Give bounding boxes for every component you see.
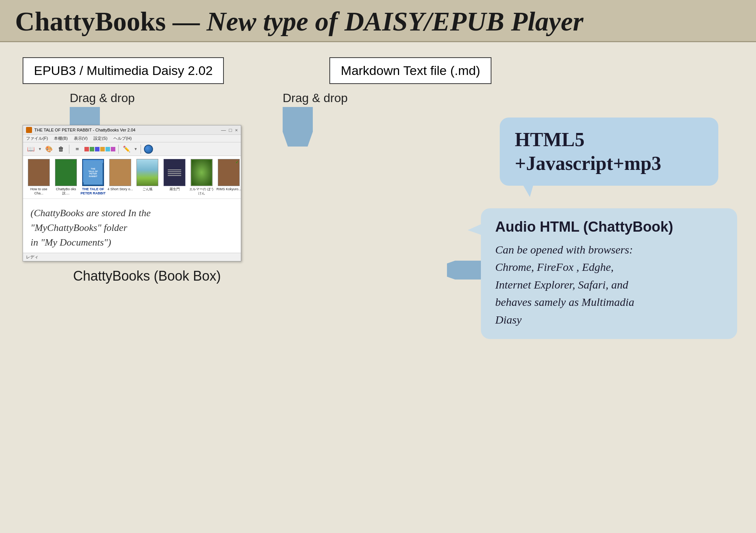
pencil-icon: ✏️ — [122, 144, 132, 154]
menu-settings[interactable]: 設定(S) — [93, 136, 107, 141]
app-window-title: THE TALE OF PETER RABBIT - ChattyBooks V… — [34, 128, 135, 132]
book-cover-3: THETALE OFPETERRABBIT — [82, 159, 104, 186]
storage-line1: (ChattyBooks are stored In the — [31, 208, 151, 218]
menu-help[interactable]: ヘルプ(H) — [113, 136, 132, 141]
menu-shelf[interactable]: 本棚(B) — [54, 136, 68, 141]
drag-label-left: Drag & drop — [70, 91, 135, 105]
app-caption: ChattyBooks (Book Box) — [23, 268, 271, 284]
separator-2 — [118, 145, 119, 154]
book-cover-5 — [136, 159, 158, 186]
markdown-box: Markdown Text file (.md) — [329, 57, 491, 84]
storage-note: (ChattyBooks are stored In the "MyChatty… — [23, 199, 241, 253]
separator-1 — [69, 145, 69, 154]
bubble-audio-title: Audio HTML (ChattyBook) — [495, 219, 723, 235]
app-statusbar: レディ — [23, 253, 241, 261]
book-item-1[interactable]: How to use Cha... — [26, 159, 52, 195]
book-label-6: 羅生門 — [162, 187, 187, 191]
globe-icon — [144, 145, 153, 154]
title-main: ChattyBooks — [15, 6, 166, 37]
drag-label-right: Drag & drop — [283, 91, 348, 105]
book-item-8[interactable]: ✓ RIMS Kokyuro... — [216, 159, 241, 195]
book-item-5[interactable]: ごん狐 — [135, 159, 160, 195]
drag-section-right: Drag & drop — [283, 91, 348, 147]
checkmark-8: ✓ — [236, 160, 239, 164]
app-toolbar: 📖 ▼ 🎨 🗑 ≡ ✏️ ▼ — [23, 142, 241, 156]
color-squares — [84, 147, 115, 151]
book-item-2[interactable]: ✓ ChattyBo oks 説.... — [53, 159, 79, 195]
title-dash: — — [166, 6, 207, 37]
cs-purple — [111, 147, 115, 151]
cs-blue — [95, 147, 99, 151]
restore-button[interactable]: □ — [229, 127, 232, 133]
app-menubar: ファイル(F) 本棚(B) 表示(V) 設定(S) ヘルプ(H) — [23, 135, 241, 142]
storage-line3: in "My Documents") — [31, 237, 111, 248]
bubble-html5: HTML5+Javascript+mp3 — [500, 118, 718, 186]
menu-view[interactable]: 表示(V) — [74, 136, 88, 141]
book-cover-6 — [164, 159, 185, 186]
right-section: HTML5+Javascript+mp3 Audio HTML (ChattyB… — [481, 118, 737, 339]
color-icon: 🎨 — [44, 144, 54, 154]
top-boxes: EPUB3 / Multimedia Daisy 2.02 Markdown T… — [23, 57, 733, 84]
main-content: EPUB3 / Multimedia Daisy 2.02 Markdown T… — [0, 42, 756, 530]
book-label-8: RIMS Kokyuro... — [216, 187, 241, 191]
bubble-html5-text: HTML5+Javascript+mp3 — [515, 128, 703, 175]
bubble-audio-body: Can be opened with browsers: Chrome, Fir… — [495, 241, 723, 329]
book-item-4[interactable]: 4 Short Story o... — [107, 159, 133, 195]
book-cover-7 — [191, 159, 213, 186]
bubble-audio: Audio HTML (ChattyBook) Can be opened wi… — [481, 208, 737, 339]
title-italic: New type of DAISY/EPUB Player — [207, 6, 583, 37]
left-section: THE TALE OF PETER RABBIT - ChattyBooks V… — [23, 125, 271, 284]
arrow-down-right — [283, 105, 313, 147]
audio-body-line5: Diasy — [495, 313, 522, 326]
cs-cyan — [106, 147, 110, 151]
book-item-3[interactable]: THETALE OFPETERRABBIT THE TALE OF PETER … — [80, 159, 106, 195]
book-grid: How to use Cha... ✓ ChattyBo oks 説.... T… — [23, 156, 241, 199]
minimize-button[interactable]: — — [221, 127, 226, 133]
menu-file[interactable]: ファイル(F) — [26, 136, 48, 141]
cs-orange — [100, 147, 105, 151]
page-title: ChattyBooks — New type of DAISY/EPUB Pla… — [15, 7, 741, 37]
book-label-2: ChattyBo oks 説.... — [53, 187, 79, 195]
cs-green — [90, 147, 94, 151]
book-label-5: ごん狐 — [135, 187, 160, 191]
book-item-7[interactable]: エルマーの ぼうけん — [189, 159, 214, 195]
separator-3 — [141, 145, 141, 154]
book-item-6[interactable]: 羅生門 — [162, 159, 187, 195]
book-cover-2: ✓ — [55, 159, 77, 186]
list-icon: ≡ — [72, 144, 82, 154]
audio-body-line4: behaves samely as Multimadia — [495, 296, 634, 308]
trash-icon: 🗑 — [56, 144, 66, 154]
audio-body-line1: Can be opened with browsers: — [495, 243, 633, 256]
status-text: レディ — [26, 254, 38, 260]
storage-line2: "MyChattyBooks" folder — [31, 222, 127, 233]
checkmark-2: ✓ — [73, 160, 76, 164]
epub-box: EPUB3 / Multimedia Daisy 2.02 — [23, 57, 224, 84]
audio-body-line2: Chrome, FireFox , Edghe, — [495, 261, 614, 273]
header: ChattyBooks — New type of DAISY/EPUB Pla… — [0, 0, 756, 42]
book-cover-4 — [109, 159, 131, 186]
book-label-3: THE TALE OF PETER RABBIT — [80, 187, 106, 195]
cs-red — [84, 147, 89, 151]
app-window: THE TALE OF PETER RABBIT - ChattyBooks V… — [23, 125, 241, 261]
book-label-4: 4 Short Story o... — [107, 187, 133, 191]
app-titlebar: THE TALE OF PETER RABBIT - ChattyBooks V… — [23, 125, 241, 135]
audio-body-line3: Internet Explorer, Safari, and — [495, 278, 628, 291]
book-cover-1 — [28, 159, 50, 186]
app-icon — [26, 127, 32, 133]
close-button[interactable]: × — [235, 127, 238, 133]
book-cover-8: ✓ — [218, 159, 240, 186]
book-label-1: How to use Cha... — [26, 187, 52, 195]
book-label-7: エルマーの ぼうけん — [189, 187, 214, 195]
book-open-icon: 📖 — [26, 144, 36, 154]
